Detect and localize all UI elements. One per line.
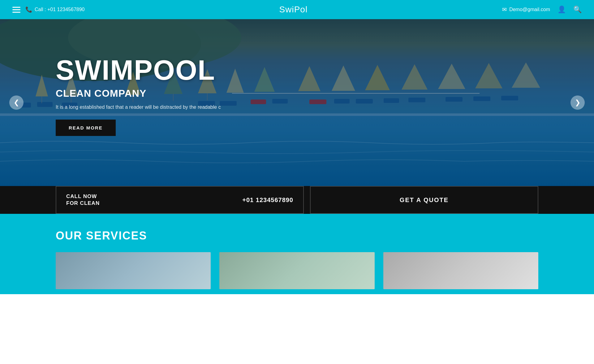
cta-for-clean-label: FOR CLEAN — [66, 200, 100, 206]
cta-text: CALL NOW FOR CLEAN — [66, 193, 100, 206]
services-cards — [56, 252, 538, 289]
header-left: 📞 Call : +01 1234567890 — [12, 6, 84, 13]
hero-content: SWIMPOOL CLEAN COMPANY It is a long esta… — [56, 56, 221, 136]
cta-call-now-label: CALL NOW — [66, 193, 100, 200]
hero-section: SWIMPOOL CLEAN COMPANY It is a long esta… — [0, 19, 594, 186]
get-quote-button[interactable]: GET A QUOTE — [310, 186, 538, 214]
cta-call-block: CALL NOW FOR CLEAN +01 1234567890 — [56, 186, 304, 214]
read-more-button[interactable]: READ MORE — [56, 120, 116, 136]
service-card-image-3 — [383, 252, 538, 289]
phone-icon: 📞 — [25, 6, 32, 13]
hero-description: It is a long established fact that a rea… — [56, 104, 221, 111]
service-card-1[interactable] — [56, 252, 211, 289]
search-icon[interactable]: 🔍 — [573, 6, 582, 14]
email-icon: ✉ — [502, 6, 507, 13]
service-card-2[interactable] — [219, 252, 374, 289]
user-icon[interactable]: 👤 — [557, 6, 566, 14]
logo-part2: Pol — [294, 5, 308, 14]
email-label: Demo@gmail.com — [509, 7, 550, 12]
phone-label: Call : +01 1234567890 — [35, 7, 84, 12]
chevron-left-icon: ❮ — [14, 99, 19, 107]
cta-phone-number: +01 1234567890 — [242, 197, 293, 204]
hero-subtitle: CLEAN COMPANY — [56, 88, 221, 99]
service-card-image-2 — [219, 252, 374, 289]
chevron-right-icon: ❯ — [575, 99, 580, 107]
header-email: ✉ Demo@gmail.com — [502, 6, 550, 13]
service-card-image-1 — [56, 252, 211, 289]
header-phone: 📞 Call : +01 1234567890 — [25, 6, 84, 13]
hero-next-arrow[interactable]: ❯ — [570, 95, 585, 110]
logo-part1: Swi — [279, 5, 294, 14]
site-logo[interactable]: SwiPol — [279, 5, 308, 15]
hero-prev-arrow[interactable]: ❮ — [9, 95, 24, 110]
hamburger-menu[interactable] — [12, 7, 20, 13]
get-quote-label: GET A QUOTE — [400, 197, 449, 204]
hero-title: SWIMPOOL — [56, 56, 221, 84]
cta-bar: CALL NOW FOR CLEAN +01 1234567890 GET A … — [0, 186, 594, 214]
service-card-3[interactable] — [383, 252, 538, 289]
header-right: ✉ Demo@gmail.com 👤 🔍 — [502, 6, 582, 14]
services-section: OUR SERVICES — [0, 214, 594, 294]
services-title: OUR SERVICES — [56, 229, 538, 242]
header: 📞 Call : +01 1234567890 SwiPol ✉ Demo@gm… — [0, 0, 594, 19]
